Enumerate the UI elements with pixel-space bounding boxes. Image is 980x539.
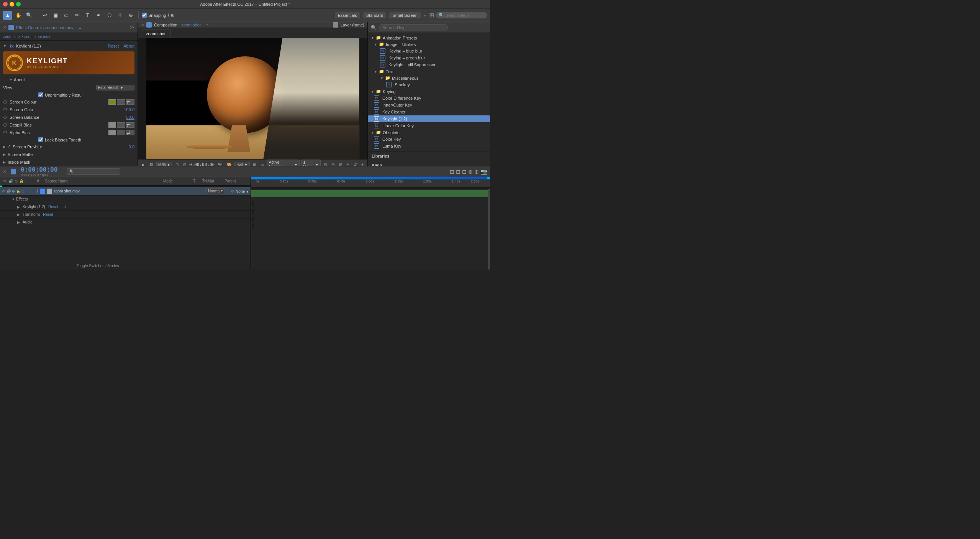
tree-item-keying-green-blur[interactable]: fx Keying – green blur bbox=[368, 54, 490, 61]
workspace-standard[interactable]: Standard bbox=[363, 12, 387, 18]
screen-gain-row[interactable]: ⏱ Screen Gain 100.0 bbox=[0, 106, 138, 113]
timeline-tool-1[interactable]: ⊞ bbox=[450, 169, 454, 175]
tree-item-keylight-selected[interactable]: fx Keylight (1.2) bbox=[368, 115, 490, 122]
inside-mask-expand[interactable]: ▶ bbox=[3, 160, 8, 164]
screen-preblur-value[interactable]: 0.0 bbox=[129, 145, 134, 149]
layer-1-audio[interactable]: 🔊 bbox=[7, 189, 11, 193]
keyframe-1[interactable] bbox=[251, 199, 255, 207]
keylight-reset[interactable]: Reset bbox=[48, 205, 58, 209]
libraries-section[interactable]: Libraries bbox=[368, 151, 490, 161]
screen-balance-stopwatch[interactable]: ⏱ bbox=[3, 115, 7, 120]
tree-item-keying-blue-blur[interactable]: fx Keying – blue blur bbox=[368, 48, 490, 54]
keyframe-4[interactable] bbox=[251, 223, 255, 231]
zoom-tool[interactable]: 🔍 bbox=[25, 11, 34, 20]
timeline-tool-3[interactable]: ⊟ bbox=[462, 169, 467, 175]
timeline-search[interactable] bbox=[67, 168, 120, 175]
tree-item-obsolete[interactable]: ▼ 📁 Obsolete bbox=[368, 129, 490, 136]
layer-1-mode-dropdown[interactable]: Normal ▼ bbox=[206, 188, 225, 194]
effect-controls-close[interactable]: ✕ bbox=[3, 25, 6, 30]
preblur-stopwatch[interactable]: ⏱ bbox=[8, 145, 12, 149]
alpha-bias-row[interactable]: ⏱ Alpha Bias ⇄ bbox=[0, 129, 138, 136]
hand-tool[interactable]: ✋ bbox=[14, 11, 23, 20]
layer-1-parent-dropdown[interactable]: None ▼ bbox=[236, 189, 249, 194]
tree-item-text[interactable]: ▼ 📁 Text bbox=[368, 68, 490, 75]
unpremultiply-checkbox[interactable] bbox=[38, 92, 43, 97]
ruler-bar[interactable]: 0s 0:15s 0:30s 0:45s 1:00s 1:15s 1:30s 1… bbox=[251, 179, 490, 187]
timeline-tool-6[interactable]: 📷 bbox=[480, 169, 487, 175]
tree-item-inner-outer-key[interactable]: fx Inner/Outer Key bbox=[368, 102, 490, 108]
sub-layer-audio[interactable]: ▶ Audio bbox=[0, 219, 251, 226]
layer-1-label[interactable]: ⬡ bbox=[21, 189, 25, 193]
comp-close[interactable]: ✕ bbox=[141, 23, 144, 27]
tree-item-miscellaneous[interactable]: ▼ 📁 Miscellaneous bbox=[368, 75, 490, 81]
sub-layer-transform[interactable]: ▶ Transform Reset bbox=[0, 211, 251, 219]
panel-collapse-icon[interactable]: ≡ bbox=[79, 25, 81, 30]
screen-colour-stopwatch[interactable]: ⏱ bbox=[3, 100, 7, 104]
preblur-expand[interactable]: ▶ bbox=[3, 145, 8, 149]
search-bar[interactable]: 🔍 bbox=[436, 12, 487, 18]
about-row[interactable]: ▼ About bbox=[0, 76, 138, 84]
text-tool[interactable]: T bbox=[83, 11, 92, 20]
about-link[interactable]: About bbox=[123, 44, 134, 48]
tree-item-linear-color-key[interactable]: fx Linear Color Key bbox=[368, 122, 490, 129]
tree-item-keylight-pill[interactable]: fx Keylight…pill Suppressor bbox=[368, 61, 490, 68]
track-area[interactable] bbox=[251, 189, 490, 270]
transform-reset[interactable]: Reset bbox=[43, 212, 53, 217]
keylight-ellipsis[interactable]: …t… bbox=[61, 205, 70, 209]
screen-colour-row[interactable]: ⏱ Screen Colour ⇄ bbox=[0, 98, 138, 106]
transform-expand[interactable]: ▶ bbox=[17, 213, 22, 217]
alpha-swatch[interactable] bbox=[108, 130, 116, 135]
screen-preblur-row[interactable]: ▶ ⏱ Screen Pre-blur 0.0 bbox=[0, 143, 138, 151]
inside-mask-row[interactable]: ▶ Inside Mask bbox=[0, 158, 138, 166]
search-input[interactable] bbox=[446, 13, 484, 18]
alpha-btn2[interactable]: ⇄ bbox=[126, 130, 134, 135]
timeline-tool-2[interactable]: ⊡ bbox=[456, 169, 461, 175]
layer-1-solo[interactable]: ⊙ bbox=[12, 189, 15, 193]
timeline-close[interactable]: ✕ bbox=[3, 169, 6, 174]
pen-tool[interactable]: ✏ bbox=[72, 11, 82, 20]
puppet-tool[interactable]: ✛ bbox=[115, 11, 125, 20]
tree-item-luma-key[interactable]: fx Luma Key bbox=[368, 143, 490, 150]
workspace-expand-icon[interactable]: » bbox=[424, 13, 426, 18]
keylight-expand[interactable]: ▶ bbox=[17, 205, 22, 209]
align-section[interactable]: Align bbox=[368, 161, 490, 166]
despill-btn1[interactable] bbox=[117, 122, 125, 128]
despill-stopwatch[interactable]: ⏱ bbox=[3, 123, 7, 127]
tree-item-animation-presets[interactable]: ▼ 📁 Animation Presets bbox=[368, 35, 490, 41]
screen-balance-value[interactable]: 50.0 bbox=[126, 115, 134, 120]
paint-tool[interactable]: ✒ bbox=[94, 11, 103, 20]
screen-colour-btn1[interactable] bbox=[117, 99, 125, 105]
keyframe-2[interactable] bbox=[251, 208, 255, 215]
despill-bias-row[interactable]: ⏱ Despill Bias ⇄ bbox=[0, 121, 138, 129]
effects-search-input[interactable] bbox=[379, 24, 448, 31]
layer-1-visible[interactable]: 👁 bbox=[2, 189, 5, 193]
undo-tool[interactable]: ↩ bbox=[40, 11, 49, 20]
alpha-stopwatch[interactable]: ⏱ bbox=[3, 130, 7, 135]
sub-layer-effects[interactable]: ▼ Effects bbox=[0, 196, 251, 203]
comp-tab-zoom-shot[interactable]: zoom shot bbox=[141, 30, 170, 38]
screen-gain-stopwatch[interactable]: ⏱ bbox=[3, 107, 7, 112]
tree-item-color-difference-key[interactable]: fx Color Difference Key bbox=[368, 95, 490, 102]
timeline-tool-4[interactable]: ⊛ bbox=[468, 169, 473, 175]
screen-colour-btn2[interactable]: ⇄ bbox=[126, 99, 134, 105]
timeline-right-scroll[interactable] bbox=[488, 189, 490, 270]
tree-item-image-utilities[interactable]: ▼ 📁 Image – Utilities bbox=[368, 41, 490, 48]
tree-item-key-cleaner[interactable]: fx Key Cleaner bbox=[368, 108, 490, 115]
camera-tool[interactable]: ⊕ bbox=[126, 11, 135, 20]
lock-biases-checkbox[interactable] bbox=[38, 137, 43, 142]
effects-expand[interactable]: ▼ bbox=[11, 197, 16, 201]
redo-tool[interactable]: ▣ bbox=[51, 11, 60, 20]
close-button[interactable] bbox=[3, 2, 8, 7]
panel-menu-icon[interactable]: ≫ bbox=[130, 25, 134, 30]
layer-row-1[interactable]: 👁 🔊 ⊙ 🔒 ⬡ 1 zoom shot.mov Normal ▼ bbox=[0, 187, 251, 196]
layer-1-lock[interactable]: 🔒 bbox=[16, 189, 20, 193]
rect-tool[interactable]: ▭ bbox=[62, 11, 71, 20]
about-expand-arrow[interactable]: ▼ bbox=[9, 78, 14, 82]
workspace-small-screen[interactable]: Small Screen bbox=[389, 12, 420, 18]
minimize-button[interactable] bbox=[10, 2, 14, 7]
snapping-checkbox[interactable] bbox=[142, 13, 147, 18]
screen-colour-swatch[interactable] bbox=[108, 99, 116, 105]
timeline-tool-5[interactable]: ⊕ bbox=[474, 169, 479, 175]
maximize-button[interactable] bbox=[16, 2, 21, 7]
keyframe-3[interactable] bbox=[251, 215, 255, 223]
